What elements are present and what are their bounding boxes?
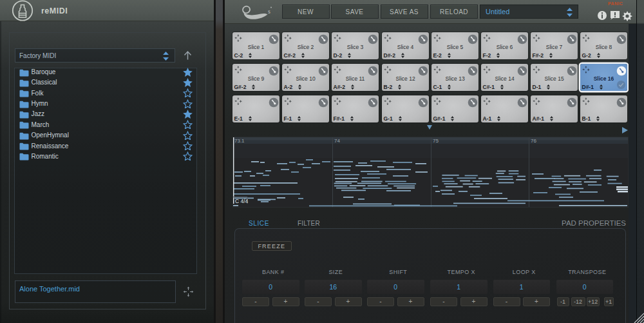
svg-text:75: 75 [433, 138, 439, 144]
svg-text:74: 74 [334, 138, 340, 144]
svg-text:s: s [268, 8, 270, 15]
svg-text:73.1: 73.1 [234, 138, 245, 144]
svg-text:C 4/4: C 4/4 [235, 198, 249, 204]
svg-text:76: 76 [531, 138, 536, 144]
